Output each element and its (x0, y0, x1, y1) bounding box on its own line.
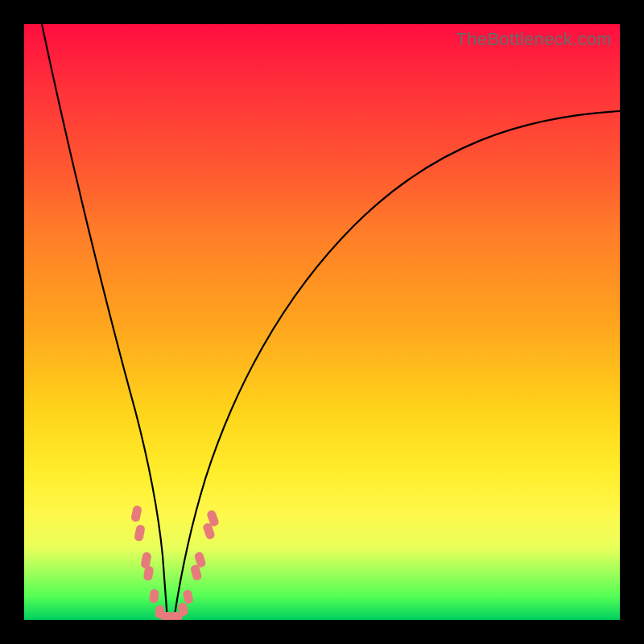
marker-bead (165, 613, 177, 620)
markers (130, 505, 220, 620)
marker-bead (140, 551, 151, 569)
marker-bead (130, 505, 142, 522)
marker-bead (182, 589, 194, 605)
marker-bead (178, 602, 189, 617)
marker-bead (171, 612, 183, 620)
marker-bead (206, 510, 220, 528)
marker-bead (134, 524, 146, 542)
plot-area: TheBottleneck.com (24, 24, 620, 620)
marker-bead (143, 565, 155, 580)
marker-bead (160, 612, 172, 620)
marker-bead (190, 564, 203, 581)
marker-bead (202, 522, 216, 540)
curve-right-branch (174, 111, 620, 620)
curve-left-branch (42, 24, 167, 620)
curve-floor (165, 618, 175, 619)
curve-layer (24, 24, 620, 620)
marker-bead (149, 588, 159, 603)
watermark-text: TheBottleneck.com (456, 29, 612, 50)
marker-bead (155, 605, 164, 619)
marker-bead (194, 551, 207, 568)
chart-frame: TheBottleneck.com (0, 0, 644, 644)
